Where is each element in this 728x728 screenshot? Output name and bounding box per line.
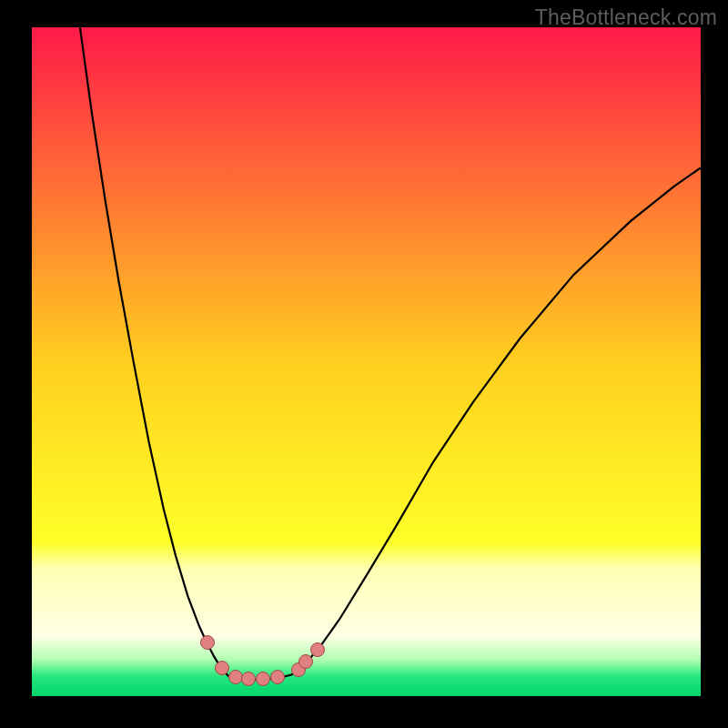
data-marker — [215, 661, 229, 675]
data-marker — [298, 654, 313, 669]
watermark-text: TheBottleneck.com — [535, 5, 717, 30]
data-marker — [256, 672, 270, 686]
data-marker — [241, 672, 256, 686]
svg-rect-0 — [32, 27, 701, 696]
data-marker — [310, 642, 325, 657]
data-marker — [200, 635, 215, 650]
data-marker — [270, 670, 285, 684]
chart-frame: TheBottleneck.com — [0, 0, 728, 728]
plot-area — [32, 27, 701, 696]
gradient-background — [32, 27, 701, 696]
